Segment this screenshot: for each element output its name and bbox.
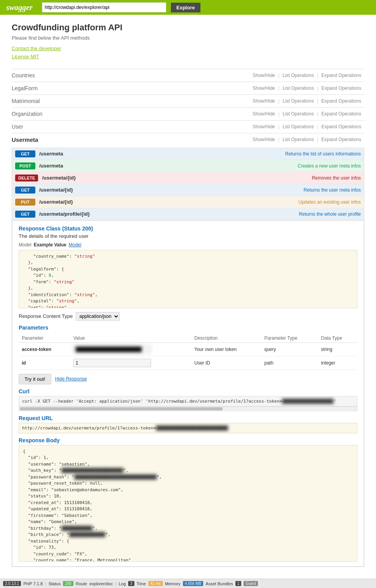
list-ops-countries[interactable]: List Operations (279, 73, 317, 78)
response-body-title: Response Body (19, 437, 357, 443)
param-value-id (70, 356, 191, 370)
method-badge-post: POST (15, 162, 35, 169)
resource-name-matrimonial: Matrimonial (12, 98, 249, 104)
op-get-profile-header[interactable]: GET /usermeta/profile/{id} Returns the w… (12, 208, 364, 220)
resources-container: Countries Show/Hide | List Operations | … (12, 69, 364, 567)
contact-link[interactable]: Contact the developer (12, 45, 364, 53)
api-url-input[interactable] (42, 2, 166, 12)
resource-actions-legalform: Show/Hide | List Operations | Expand Ope… (249, 85, 364, 91)
try-row: Try it out! Hide Response (19, 374, 357, 384)
expand-ops-countries[interactable]: Expand Operations (318, 73, 364, 78)
resource-actions-organization: Show/Hide | List Operations | Expand Ope… (249, 111, 364, 117)
op-path-put-usermeta: /usermeta/{id} (39, 199, 298, 205)
param-input-id[interactable] (73, 359, 151, 367)
response-content-type: Response Content Type application/json (19, 312, 357, 321)
curl-scrollbar[interactable] (19, 407, 357, 411)
parameters-table: Parameter Value Description Parameter Ty… (19, 334, 357, 370)
method-badge-delete: DELETE (15, 174, 38, 181)
show-hide-user[interactable]: Show/Hide (249, 124, 278, 129)
param-row-access-token: access-token Your own user token query s… (19, 342, 357, 356)
param-desc-id: User ID (191, 356, 261, 370)
param-input-access-token[interactable] (73, 345, 151, 354)
operation-detail-panel: Response Class (Status 200) The details … (12, 220, 364, 567)
request-url-title: Request URL (19, 415, 357, 421)
show-hide-usermeta[interactable]: Show/Hide (249, 137, 278, 142)
params-header-row: Parameter Value Description Parameter Ty… (19, 334, 357, 343)
response-content-type-select[interactable]: application/json (76, 312, 120, 321)
method-badge-put: PUT (15, 199, 35, 206)
main-content: Crowdfunding platform API Please find be… (0, 15, 376, 578)
param-value-access-token (70, 342, 191, 356)
swagger-logo: swagger (6, 3, 37, 12)
list-ops-matrimonial[interactable]: List Operations (279, 98, 317, 104)
request-url-block: http://crowdapi.dev/usermeta/profile/1?a… (19, 423, 357, 433)
op-get-profile-expanded: GET /usermeta/profile/{id} Returns the w… (12, 208, 364, 567)
example-value-tab[interactable]: Example Value (34, 242, 66, 248)
expand-ops-matrimonial[interactable]: Expand Operations (318, 98, 364, 104)
model-tabs: Model Example Value Model (19, 242, 357, 248)
expand-ops-legalform[interactable]: Expand Operations (318, 85, 364, 91)
list-ops-usermeta[interactable]: List Operations (279, 137, 317, 142)
list-ops-legalform[interactable]: List Operations (279, 85, 317, 91)
expand-ops-organization[interactable]: Expand Operations (318, 111, 364, 117)
col-param-type: Parameter Type (261, 334, 318, 343)
list-ops-organization[interactable]: List Operations (279, 111, 317, 117)
resource-usermeta: Usermeta Show/Hide | List Operations | E… (12, 133, 364, 146)
op-path-get-profile: /usermeta/profile/{id} (39, 211, 299, 217)
op-path-delete-usermeta: /usermeta/{id} (42, 175, 312, 181)
op-path-get-usermeta: /usermeta (39, 151, 285, 157)
response-class-section: Response Class (Status 200) The details … (19, 225, 357, 308)
model-tab[interactable]: Model (69, 242, 82, 248)
op-summary-delete-usermeta: Removes the user infos (312, 175, 361, 181)
response-body-block: { "id": 1, "username": "sebastien", "aut… (19, 445, 357, 562)
show-hide-organization[interactable]: Show/Hide (249, 111, 278, 117)
resource-actions-matrimonial: Show/Hide | List Operations | Expand Ope… (249, 98, 364, 104)
param-type-id: path (261, 356, 318, 370)
show-hide-countries[interactable]: Show/Hide (249, 73, 278, 78)
resource-name-organization: Organization (12, 111, 249, 117)
api-description: Please find below the API methods (12, 35, 364, 41)
resource-name-user: User (12, 124, 249, 130)
curl-block: curl -X GET --header 'Accept: applicatio… (19, 396, 357, 407)
usermeta-operations: GET /usermeta Returns the list of users … (12, 148, 364, 567)
resource-actions-countries: Show/Hide | List Operations | Expand Ope… (249, 73, 364, 78)
api-links: Contact the developer License MIT (12, 45, 364, 61)
resource-legalform: LegalForm Show/Hide | List Operations | … (12, 82, 364, 94)
parameters-title: Parameters (19, 325, 357, 331)
col-value: Value (70, 334, 191, 343)
op-get-usermeta-id[interactable]: GET /usermeta/{id} Returns the user meta… (12, 184, 364, 196)
list-ops-user[interactable]: List Operations (279, 124, 317, 129)
col-data-type: Data Type (318, 334, 357, 343)
hide-response-link[interactable]: Hide Response (55, 376, 87, 382)
method-badge-get3: GET (15, 211, 35, 218)
op-delete-usermeta[interactable]: DELETE /usermeta/{id} Removes the user i… (12, 172, 364, 184)
op-post-usermeta[interactable]: POST /usermeta Creates a new user meta i… (12, 160, 364, 172)
expand-ops-usermeta[interactable]: Expand Operations (318, 137, 364, 142)
curl-content: curl -X GET --header 'Accept: applicatio… (22, 399, 336, 404)
param-data-type-id: integer (318, 356, 357, 370)
model-label: Model (19, 242, 31, 248)
explore-button[interactable]: Explore (171, 3, 200, 12)
parameters-section: Parameters Parameter Value Description P… (19, 325, 357, 384)
param-desc-access-token: Your own user token (191, 342, 261, 356)
op-path-get-usermeta-id: /usermeta/{id} (39, 187, 304, 193)
resource-countries: Countries Show/Hide | List Operations | … (12, 69, 364, 82)
response-body-section: Response Body { "id": 1, "username": "se… (19, 437, 357, 562)
resource-organization: Organization Show/Hide | List Operations… (12, 107, 364, 120)
op-put-usermeta[interactable]: PUT /usermeta/{id} Updates an existing u… (12, 196, 364, 208)
resource-name-countries: Countries (12, 72, 249, 79)
op-summary-get-usermeta-id: Returns the user meta infos (304, 187, 361, 193)
try-it-out-button[interactable]: Try it out! (19, 374, 51, 384)
resource-actions-usermeta: Show/Hide | List Operations | Expand Ope… (249, 137, 364, 142)
curl-section: Curl curl -X GET --header 'Accept: appli… (19, 388, 357, 411)
response-class-title: Response Class (Status 200) (19, 225, 357, 232)
show-hide-matrimonial[interactable]: Show/Hide (249, 98, 278, 104)
expand-ops-user[interactable]: Expand Operations (318, 124, 364, 129)
param-data-type-access-token: string (318, 342, 357, 356)
curl-title: Curl (19, 388, 357, 394)
top-navigation: swagger Explore (0, 0, 376, 15)
license-link[interactable]: License MIT (12, 53, 364, 61)
show-hide-legalform[interactable]: Show/Hide (249, 85, 278, 91)
op-get-usermeta[interactable]: GET /usermeta Returns the list of users … (12, 148, 364, 160)
resource-user: User Show/Hide | List Operations | Expan… (12, 120, 364, 133)
